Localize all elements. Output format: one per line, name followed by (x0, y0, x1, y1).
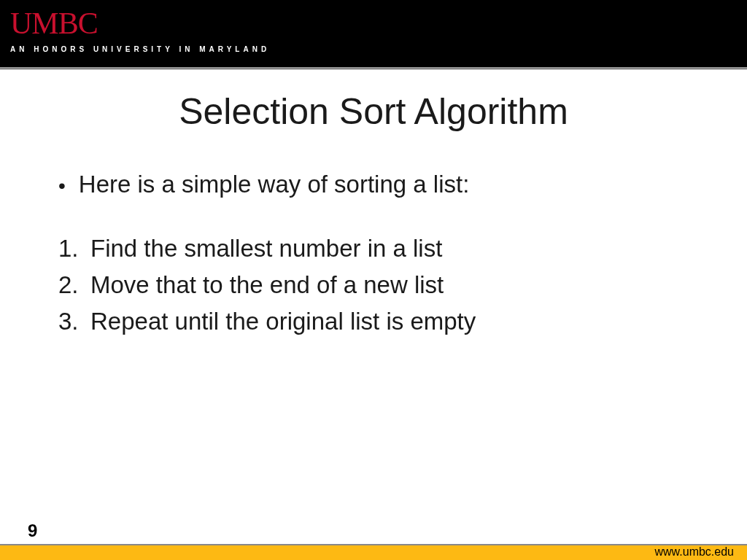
list-item: 1. Find the smallest number in a list (58, 235, 711, 262)
step-number: 2. (58, 271, 90, 299)
footer-url: www.umbc.edu (655, 545, 735, 559)
umbc-tagline: AN HONORS UNIVERSITY IN MARYLAND (10, 45, 270, 53)
step-text: Move that to the end of a new list (90, 271, 444, 299)
bullet-icon: • (58, 176, 66, 196)
step-number: 1. (58, 235, 90, 262)
page-number: 9 (28, 521, 37, 541)
umbc-logo: UMBC (10, 6, 98, 41)
slide-footer: 9 www.umbc.edu (0, 540, 747, 560)
slide-title: Selection Sort Algorithm (36, 90, 711, 133)
footer-bar: www.umbc.edu (0, 544, 747, 560)
slide-header: UMBC AN HONORS UNIVERSITY IN MARYLAND (0, 0, 747, 67)
slide-content: Selection Sort Algorithm • Here is a sim… (0, 70, 747, 335)
list-item: 3. Repeat until the original list is emp… (58, 308, 711, 335)
step-text: Find the smallest number in a list (90, 235, 442, 262)
steps-list: 1. Find the smallest number in a list 2.… (58, 235, 711, 335)
step-number: 3. (58, 308, 90, 335)
step-text: Repeat until the original list is empty (90, 308, 476, 335)
list-item: 2. Move that to the end of a new list (58, 271, 711, 299)
intro-text: Here is a simple way of sorting a list: (79, 171, 470, 198)
intro-bullet: • Here is a simple way of sorting a list… (58, 171, 711, 198)
